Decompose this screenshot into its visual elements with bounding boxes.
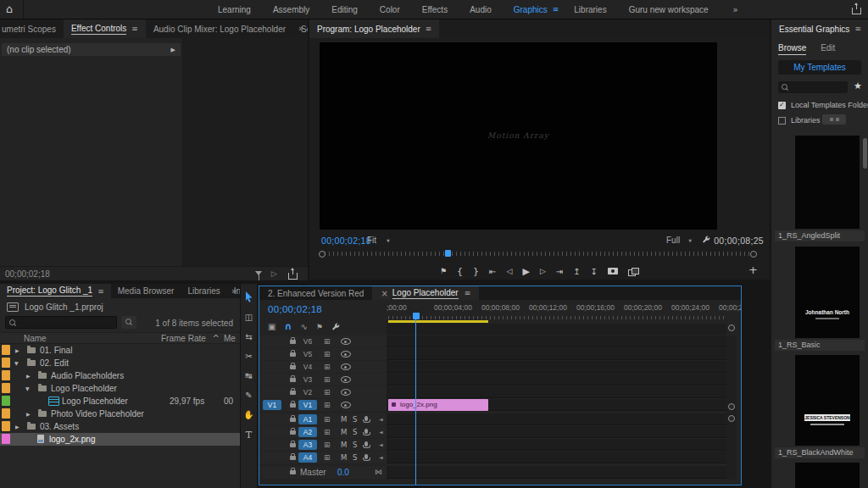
- track-select-forward-tool[interactable]: ◫: [245, 313, 253, 322]
- track-output-eye-icon[interactable]: [341, 376, 351, 383]
- mark-out-button[interactable]: }: [473, 266, 479, 277]
- linked-selection-toggle[interactable]: ∿: [300, 322, 307, 331]
- timeline-ruler[interactable]: ;00;00 00;00;04;00 00;00;08;00 00;00;12;…: [387, 302, 727, 320]
- bin-row-03-assets[interactable]: ▶ 03. Assets: [0, 420, 240, 433]
- workspace-overflow-icon[interactable]: »: [733, 5, 738, 14]
- timeline-playhead-line[interactable]: [415, 319, 416, 485]
- tab-sequence-logo-placeholder[interactable]: × Logo Placeholder ≡: [372, 286, 479, 300]
- lock-icon[interactable]: [290, 403, 296, 408]
- panel-menu-icon[interactable]: ≡: [854, 25, 861, 33]
- sync-lock-icon[interactable]: ⊞: [324, 363, 331, 371]
- template-thumbnail-angledsplit[interactable]: [795, 136, 860, 229]
- export-frame-icon[interactable]: [288, 273, 298, 280]
- comparison-view-button[interactable]: [628, 268, 639, 275]
- close-icon[interactable]: ×: [381, 289, 387, 298]
- work-area-bar[interactable]: [388, 320, 488, 323]
- track-button-a1[interactable]: A1: [298, 414, 317, 424]
- sync-lock-icon[interactable]: ⊞: [324, 337, 331, 346]
- column-name[interactable]: Name: [24, 334, 47, 343]
- lock-icon[interactable]: [290, 418, 296, 422]
- track-output-eye-icon[interactable]: [341, 338, 351, 345]
- twirl-open-icon[interactable]: ▼: [14, 360, 19, 366]
- razor-tool[interactable]: ✂: [245, 352, 252, 361]
- label-chip[interactable]: [2, 370, 10, 380]
- sync-lock-icon[interactable]: ⊞: [324, 415, 331, 424]
- bin-row-02-edit[interactable]: ▼ 02. Edit: [0, 357, 240, 369]
- tab-audio-clip-mixer[interactable]: Audio Clip Mixer: Logo Placeholder: [146, 19, 293, 38]
- audio-track-a2[interactable]: A2 ⊞ M S ◄: [259, 426, 741, 439]
- workspace-tab-editing[interactable]: Editing: [320, 5, 369, 14]
- voiceover-record-icon[interactable]: [364, 416, 368, 421]
- eg-search-input[interactable]: [778, 81, 848, 93]
- column-frame-rate[interactable]: Frame Rate ^: [161, 334, 220, 343]
- playback-resolution-select[interactable]: Full ▼: [666, 236, 692, 245]
- workspace-tab-graphics[interactable]: Graphics: [503, 5, 559, 14]
- video-track-v1[interactable]: V1 V1 ⊞ logo_2x.png: [259, 399, 741, 412]
- tab-project[interactable]: Project: Logo Glitch _1 ≡: [0, 284, 111, 298]
- master-level-value[interactable]: 0.0: [337, 468, 349, 477]
- workspace-menu-icon[interactable]: ≡: [553, 5, 559, 14]
- selection-tool[interactable]: [245, 291, 253, 302]
- nest-as-sequence-toggle[interactable]: ▣: [268, 322, 275, 331]
- tab-sequence-enhanced-version-red[interactable]: 2. Enhanced Version Red: [259, 286, 372, 300]
- twirl-closed-icon[interactable]: ▶: [15, 347, 19, 353]
- sync-lock-icon[interactable]: ⊞: [324, 350, 331, 358]
- project-search-input[interactable]: [5, 316, 117, 329]
- tab-program-monitor[interactable]: Program: Logo Placeholder ≡: [309, 19, 439, 38]
- tab-media-browser[interactable]: Media Browser: [111, 284, 181, 298]
- label-chip[interactable]: [2, 383, 10, 393]
- sync-lock-icon[interactable]: ⊞: [324, 401, 331, 409]
- lock-icon[interactable]: [290, 430, 296, 435]
- solo-button[interactable]: S: [353, 428, 357, 436]
- lock-icon[interactable]: [290, 365, 296, 369]
- tab-essential-graphics[interactable]: Essential Graphics ≡: [771, 19, 868, 38]
- tab-lumetri-scopes[interactable]: umetri Scopes: [0, 19, 64, 38]
- mute-button[interactable]: M: [341, 441, 347, 449]
- label-chip[interactable]: [2, 434, 10, 444]
- type-tool[interactable]: T: [246, 430, 252, 441]
- video-track-v2[interactable]: V2 ⊞: [259, 386, 741, 399]
- button-editor-plus[interactable]: +: [748, 263, 758, 276]
- filter-properties-icon[interactable]: [255, 271, 262, 275]
- solo-button[interactable]: S: [353, 415, 357, 424]
- column-media-start[interactable]: Me: [224, 334, 236, 343]
- audio-track-a4[interactable]: A4 ⊞ M S ◄: [259, 452, 741, 464]
- bin-row-audio-placeholders[interactable]: ▶ Audio Placeholders: [0, 369, 240, 382]
- ripple-edit-tool[interactable]: ⇆: [245, 332, 252, 341]
- scrubber-left-handle[interactable]: [319, 251, 326, 258]
- track-button-v6[interactable]: V6: [298, 336, 317, 347]
- video-track-v6[interactable]: V6 ⊞: [259, 336, 741, 348]
- workspace-tab-color[interactable]: Color: [369, 5, 411, 14]
- program-settings-button[interactable]: [702, 236, 710, 246]
- timeline-settings-wrench-icon[interactable]: [331, 323, 340, 331]
- play-audio-icon[interactable]: ▷: [271, 269, 277, 278]
- panel-menu-icon[interactable]: ≡: [426, 25, 432, 33]
- vscroll-handle-top[interactable]: [728, 324, 735, 331]
- panel-menu-icon[interactable]: ≡: [465, 289, 471, 297]
- audio-track-a1[interactable]: A1 ⊞ M S ◄: [259, 413, 741, 426]
- timeline-playhead-head[interactable]: [413, 313, 420, 319]
- sync-lock-icon[interactable]: ⊞: [324, 388, 331, 396]
- image-row-logo-2x-selected[interactable]: logo_2x.png: [0, 433, 240, 446]
- sync-lock-icon[interactable]: ⊞: [324, 428, 331, 436]
- track-button-v1[interactable]: V1: [298, 400, 317, 410]
- master-track[interactable]: Master 0.0 ⋈: [259, 466, 741, 480]
- video-track-v5[interactable]: V5 ⊞: [259, 348, 741, 361]
- quick-export-button[interactable]: [852, 7, 861, 16]
- bin-row-photo-video-placeholder[interactable]: ▶ Photo Video Placeholder: [0, 408, 240, 420]
- label-chip[interactable]: [2, 345, 10, 355]
- hand-tool[interactable]: ✋: [243, 410, 253, 419]
- my-templates-dropdown[interactable]: My Templates: [778, 60, 861, 75]
- source-patch-v1[interactable]: V1: [263, 400, 281, 410]
- lock-icon[interactable]: [290, 470, 296, 474]
- extract-button[interactable]: ↧: [591, 267, 598, 276]
- lock-icon[interactable]: [290, 378, 296, 382]
- vscroll-handle-mid[interactable]: [728, 403, 735, 410]
- mute-button[interactable]: M: [341, 428, 347, 436]
- tab-effect-controls[interactable]: Effect Controls ≡: [64, 19, 146, 38]
- sync-lock-icon[interactable]: ⊞: [324, 375, 331, 384]
- template-thumbnail-blackandwhite[interactable]: JESSICA STEVENSON: [795, 355, 860, 446]
- track-button-a3[interactable]: A3: [298, 440, 317, 450]
- bin-row-logo-placeholder[interactable]: ▼ Logo Placeholder: [0, 382, 240, 395]
- twirl-closed-icon[interactable]: ▶: [26, 373, 31, 379]
